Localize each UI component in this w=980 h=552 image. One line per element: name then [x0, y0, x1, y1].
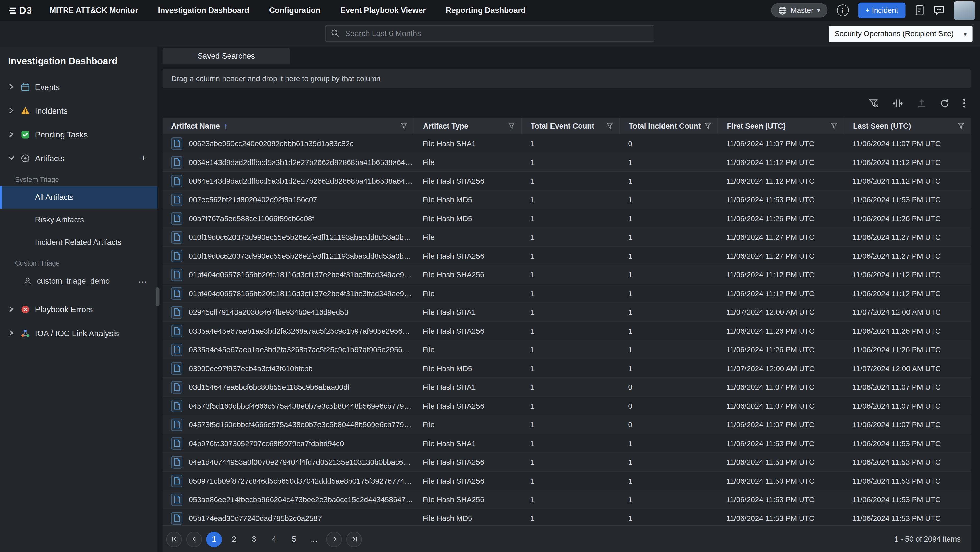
sidebar-resize-handle[interactable]: [156, 287, 159, 306]
export-icon[interactable]: [917, 98, 926, 108]
next-page-button[interactable]: [326, 531, 342, 547]
column-header-total-incident-count[interactable]: Total Incident Count: [619, 118, 718, 134]
page-button-4[interactable]: 4: [266, 531, 282, 547]
chat-icon[interactable]: [934, 5, 945, 15]
artifact-name-cell: 00a7f767a5ed588ce11066f89cb6c08f: [162, 209, 414, 227]
sidebar-item-risky-artifacts[interactable]: Risky Artifacts: [0, 209, 158, 231]
column-header-total-event-count[interactable]: Total Event Count: [521, 118, 619, 134]
page-button-2[interactable]: 2: [226, 531, 242, 547]
search-input[interactable]: [325, 25, 654, 42]
filter-icon[interactable]: [401, 122, 407, 129]
kebab-menu-icon[interactable]: [963, 98, 966, 108]
artifact-type-cell: File Hash SHA256: [414, 490, 521, 508]
table-row[interactable]: 00a7f767a5ed588ce11066f89cb6c08fFile Has…: [162, 209, 971, 228]
page-button-1[interactable]: 1: [206, 531, 222, 547]
d3-logo[interactable]: D3: [9, 5, 32, 16]
previous-page-button[interactable]: [186, 531, 202, 547]
total-event-count-cell: 1: [521, 209, 619, 227]
release-notes-icon[interactable]: [915, 5, 924, 16]
page-button-3[interactable]: 3: [246, 531, 262, 547]
first-page-button[interactable]: [166, 531, 182, 547]
table-row[interactable]: 05b174ead30d77240dad785b2c0a2587File Has…: [162, 509, 971, 525]
add-artifact-view-icon[interactable]: +: [140, 153, 146, 163]
topnav-item-reporting-dashboard[interactable]: Reporting Dashboard: [446, 6, 526, 14]
master-version-dropdown[interactable]: Master ▾: [771, 3, 827, 17]
table-row[interactable]: 010f19d0c620373d990ec55e5b26e2fe8ff12119…: [162, 247, 971, 265]
table-row[interactable]: 02945cff79143a2030c467fbe934b0e416d9ed53…: [162, 303, 971, 322]
topnav-item-configuration[interactable]: Configuration: [269, 6, 321, 14]
table-row[interactable]: 007ec562bf21d8020402d92f8a156c07File Has…: [162, 190, 971, 209]
table-row[interactable]: 0335a4e45e67aeb1ae3bd2fa3268a7ac5f25c9c1…: [162, 322, 971, 340]
events-icon: [20, 82, 30, 92]
table-row[interactable]: 0064e143d9dad2dffbcd5a3b1d2e27b2662d8286…: [162, 172, 971, 190]
pagination-ellipsis-button[interactable]: ...: [306, 531, 322, 547]
user-avatar[interactable]: [954, 1, 975, 20]
column-chooser-icon[interactable]: [892, 98, 903, 108]
filter-icon[interactable]: [606, 122, 613, 129]
first-seen-cell: 11/06/2024 11:26 PM UTC: [718, 322, 844, 340]
last-page-button[interactable]: [346, 531, 362, 547]
person-icon: [22, 277, 32, 286]
topnav-item-mitre-att-ck-monitor[interactable]: MITRE ATT&CK Monitor: [49, 6, 138, 14]
table-toolbar: [162, 94, 971, 112]
table-row[interactable]: 010f19d0c620373d990ec55e5b26e2fe8ff12119…: [162, 228, 971, 247]
sidebar-item-playbook-errors[interactable]: Playbook Errors: [0, 297, 158, 321]
chevron-right-icon: [9, 84, 15, 90]
more-options-icon[interactable]: ⋯: [138, 276, 148, 286]
clear-filters-icon[interactable]: [869, 98, 879, 108]
artifact-type-cell: File Hash MD5: [414, 359, 521, 377]
table-row[interactable]: 050971cb09f8727c846d5cb650d37042ddd5ae8b…: [162, 472, 971, 490]
sidebar-item-ioa-ioc-link-analysis[interactable]: IOA / IOC Link Analysis: [0, 321, 158, 345]
sidebar-item-artifacts[interactable]: Artifacts +: [0, 146, 158, 170]
artifact-name-text: 00a7f767a5ed588ce11066f89cb6c08f: [189, 214, 314, 223]
sidebar-item-events[interactable]: Events: [0, 75, 158, 99]
column-header-artifact-type[interactable]: Artifact Type: [414, 118, 521, 134]
topnav-item-investigation-dashboard[interactable]: Investigation Dashboard: [158, 6, 249, 14]
add-incident-button[interactable]: + Incident: [858, 3, 906, 18]
filter-icon[interactable]: [508, 122, 515, 129]
chevron-right-icon: [9, 306, 15, 312]
group-by-drop-zone[interactable]: Drag a column header and drop it here to…: [162, 70, 971, 88]
column-header-first-seen-utc[interactable]: First Seen (UTC): [718, 118, 844, 134]
sidebar-item-all-artifacts[interactable]: All Artifacts: [0, 186, 158, 209]
first-seen-cell: 11/06/2024 11:07 PM UTC: [718, 397, 844, 415]
sidebar-item-custom-triage-demo[interactable]: custom_triage_demo ⋯: [0, 270, 158, 292]
filter-icon[interactable]: [831, 122, 838, 129]
table-row[interactable]: 04573f5d160dbbcf4666c575a438e0b7e3c5b804…: [162, 416, 971, 434]
column-header-artifact-name[interactable]: Artifact Name↑: [162, 118, 414, 134]
sidebar-item-pending-tasks[interactable]: Pending Tasks: [0, 122, 158, 146]
artifact-type-cell: File: [414, 228, 521, 246]
table-row[interactable]: 053aa86ee214fbecba966264c473bee2e3ba6cc1…: [162, 490, 971, 509]
table-row[interactable]: 04e1d40744953a0f0070e279404f4fd7d052135e…: [162, 453, 971, 472]
refresh-icon[interactable]: [940, 98, 950, 108]
table-row[interactable]: 0335a4e45e67aeb1ae3bd2fa3268a7ac5f25c9c1…: [162, 341, 971, 359]
table-row[interactable]: 04573f5d160dbbcf4666c575a438e0b7e3c5b804…: [162, 397, 971, 415]
table-row[interactable]: 03d154647ea6bcf6bc80b55e1185c9b6abaa00df…: [162, 378, 971, 397]
table-row[interactable]: 01bf404d06578165bb20fc18116d3cf137e2be4f…: [162, 265, 971, 284]
page-button-5[interactable]: 5: [286, 531, 302, 547]
site-selector-dropdown[interactable]: Security Operations (Recipient Site) ▾: [829, 25, 973, 42]
filter-icon[interactable]: [704, 122, 711, 129]
chevron-right-icon: [9, 107, 15, 114]
artifact-name-text: 04e1d40744953a0f0070e279404f4fd7d052135e…: [189, 458, 414, 466]
filter-icon[interactable]: [958, 122, 964, 129]
table-row[interactable]: 0064e143d9dad2dffbcd5a3b1d2e27b2662d8286…: [162, 153, 971, 172]
total-event-count-cell: 1: [521, 228, 619, 246]
total-incident-count-cell: 0: [619, 135, 718, 152]
table-row[interactable]: 03900ee97f937ecb4a3cf43f610bfcbbFile Has…: [162, 359, 971, 378]
first-seen-cell: 11/06/2024 11:12 PM UTC: [718, 265, 844, 284]
info-icon[interactable]: i: [837, 4, 849, 16]
file-icon: [171, 474, 183, 487]
artifact-name-text: 05b174ead30d77240dad785b2c0a2587: [189, 514, 322, 522]
total-event-count-cell: 1: [521, 190, 619, 209]
table-row[interactable]: 01bf404d06578165bb20fc18116d3cf137e2be4f…: [162, 284, 971, 303]
last-seen-cell: 11/06/2024 11:26 PM UTC: [844, 341, 970, 358]
sidebar-item-incident-related-artifacts[interactable]: Incident Related Artifacts: [0, 231, 158, 254]
table-row[interactable]: 04b976fa3073052707cc68f5979ea7fdbbd94c0F…: [162, 434, 971, 453]
sidebar-item-incidents[interactable]: Incidents: [0, 99, 158, 122]
tab-saved-searches[interactable]: Saved Searches: [162, 48, 290, 65]
total-event-count-cell: 1: [521, 247, 619, 265]
column-header-last-seen-utc[interactable]: Last Seen (UTC): [844, 118, 970, 134]
topnav-item-event-playbook-viewer[interactable]: Event Playbook Viewer: [340, 6, 426, 14]
table-row[interactable]: 00623abe950cc240e02092cbbb61a39d1a83c82c…: [162, 135, 971, 153]
